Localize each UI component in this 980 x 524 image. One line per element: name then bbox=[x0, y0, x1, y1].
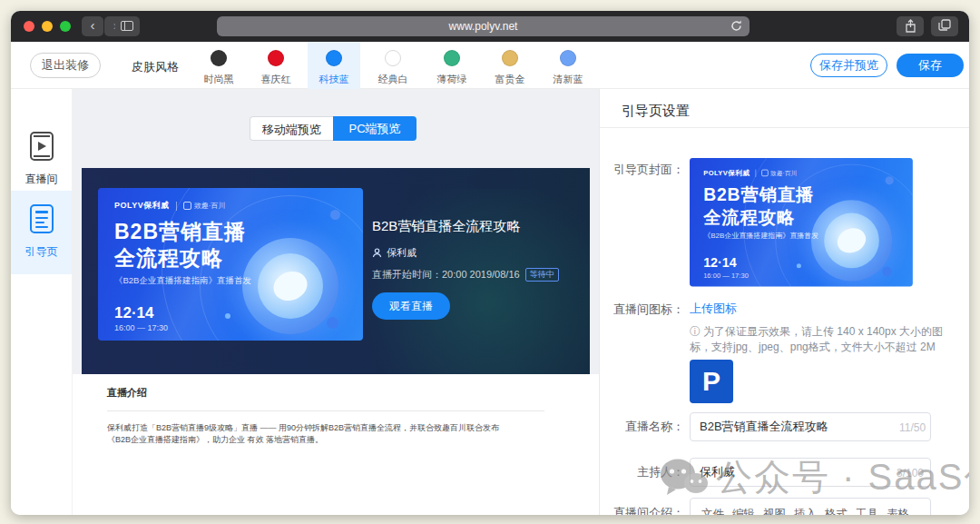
tab-pc-preview[interactable]: PC端预览 bbox=[333, 116, 416, 141]
reload-icon[interactable] bbox=[730, 19, 743, 33]
room-icon-preview: P bbox=[690, 360, 733, 403]
landing-page-banner: POLYV保利威 致趣·百川 B2B营销直播 全流程攻略 《B2B企业直播搭建指… bbox=[82, 168, 590, 374]
partner-logo: 致趣·百川 bbox=[194, 201, 226, 211]
live-room-icon bbox=[30, 132, 54, 161]
skin-option-tech-blue[interactable]: 科技蓝 bbox=[308, 42, 360, 89]
cover-date: 12·14 bbox=[114, 304, 153, 322]
live-host-row: 保利威 bbox=[372, 246, 416, 260]
green-swatch-icon bbox=[444, 50, 460, 66]
browser-titlebar: ‹ › www.polyv.net bbox=[11, 11, 969, 42]
gold-swatch-icon bbox=[502, 50, 518, 66]
url-text: www.polyv.net bbox=[449, 20, 518, 33]
cover-dot bbox=[327, 317, 338, 329]
editor-menu-insert[interactable]: 插入 bbox=[794, 507, 817, 515]
close-window-button[interactable] bbox=[24, 21, 34, 32]
skin-style-label: 皮肤风格 bbox=[132, 59, 179, 75]
share-button[interactable] bbox=[897, 16, 924, 36]
cover-dot bbox=[330, 210, 340, 220]
save-and-preview-button[interactable]: 保存并预览 bbox=[810, 54, 887, 77]
share-icon bbox=[905, 19, 916, 33]
sidebar-icon bbox=[121, 21, 133, 31]
editor-menu-edit[interactable]: 编辑 bbox=[732, 507, 755, 515]
cover-title-line1: B2B营销直播 bbox=[114, 218, 246, 246]
white-swatch-icon bbox=[385, 50, 401, 66]
wechat-icon bbox=[660, 457, 709, 499]
skin-option-green[interactable]: 薄荷绿 bbox=[426, 42, 478, 89]
settings-title: 引导页设置 bbox=[622, 103, 690, 120]
status-badge: 等待中 bbox=[525, 268, 559, 282]
info-icon: ⓘ bbox=[690, 325, 701, 338]
live-name-field-label: 直播名称： bbox=[604, 419, 684, 435]
cover-logos: POLYV保利威 致趣·百川 bbox=[703, 168, 797, 178]
exit-decorate-button[interactable]: 退出装修 bbox=[30, 53, 101, 78]
person-icon bbox=[372, 248, 382, 258]
cover-date: 12·14 bbox=[703, 256, 737, 272]
watermark-text: 公众号 · SaaS优选 bbox=[716, 452, 969, 502]
sidebar-item-live-room[interactable]: 直播间 bbox=[11, 129, 72, 196]
logo-divider bbox=[176, 202, 177, 211]
intro-divider bbox=[107, 410, 544, 411]
live-host-name: 保利威 bbox=[387, 246, 416, 260]
partner-logo: 致趣·百川 bbox=[770, 169, 797, 177]
watermark: 公众号 · SaaS优选 bbox=[660, 452, 969, 502]
cover-time: 16:00 — 17:30 bbox=[114, 323, 168, 332]
guide-page-settings-panel: 引导页设置 引导页封面： POLYV保利威 致趣·百川 bbox=[599, 89, 969, 515]
guide-page-icon bbox=[30, 204, 54, 233]
skin-option-white[interactable]: 经典白 bbox=[367, 42, 419, 89]
live-intro-section: 直播介绍 保利威打造「B2B营销直播9级攻略」直播 —— 用90分钟拆解B2B营… bbox=[73, 374, 599, 515]
room-intro-field-label: 直播间介绍： bbox=[604, 505, 684, 515]
banner-cover-image: POLYV保利威 致趣·百川 B2B营销直播 全流程攻略 《B2B企业直播搭建指… bbox=[98, 188, 363, 341]
left-sidebar: 直播间 引导页 bbox=[11, 89, 73, 515]
light-blue-swatch-icon bbox=[560, 50, 576, 66]
upload-icon-link[interactable]: 上传图标 bbox=[690, 301, 737, 317]
icon-upload-hint: ⓘ为了保证显示效果，请上传 140 x 140px 大小的图标，支持jpg、jp… bbox=[690, 324, 964, 355]
cover-title-line2: 全流程攻略 bbox=[114, 244, 223, 272]
room-icon-field-label: 直播间图标： bbox=[604, 302, 684, 318]
tabs-overview-button[interactable] bbox=[931, 16, 958, 36]
cover-dot bbox=[882, 267, 892, 277]
guide-cover-thumbnail[interactable]: POLYV保利威 致趣·百川 B2B营销直播 全流程攻略 《B2B企业直播搭建指… bbox=[690, 158, 913, 287]
cover-dot bbox=[797, 263, 801, 268]
cover-dot bbox=[886, 176, 894, 184]
editor-menu-format[interactable]: 格式 bbox=[825, 507, 848, 515]
editor-menu-table[interactable]: 表格 bbox=[887, 507, 909, 515]
cover-dot bbox=[225, 313, 230, 319]
tab-mobile-preview[interactable]: 移动端预览 bbox=[250, 116, 333, 141]
skin-option-black[interactable]: 时尚黑 bbox=[192, 42, 245, 89]
minimize-window-button[interactable] bbox=[42, 21, 53, 32]
cover-subtitle: 《B2B企业直播搭建指南》直播首发 bbox=[703, 232, 818, 242]
editor-menu-file[interactable]: 文件 bbox=[701, 507, 724, 515]
black-swatch-icon bbox=[211, 50, 227, 66]
live-start-time: 直播开始时间：20:00 2019/08/16等待中 bbox=[372, 268, 559, 282]
skin-option-fresh-blue[interactable]: 清新蓝 bbox=[542, 42, 594, 89]
cover-subtitle: 《B2B企业直播搭建指南》直播首发 bbox=[114, 275, 251, 287]
preview-mode-tabs: 移动端预览 PC端预览 bbox=[250, 116, 416, 141]
red-swatch-icon bbox=[268, 50, 284, 66]
partner-logo-icon bbox=[761, 170, 769, 177]
live-name-input[interactable] bbox=[690, 412, 931, 441]
live-title: B2B营销直播全流程攻略 bbox=[372, 218, 520, 235]
logo-divider bbox=[755, 169, 756, 176]
zoom-window-button[interactable] bbox=[60, 21, 71, 32]
watch-live-button[interactable]: 观看直播 bbox=[372, 292, 450, 320]
sidebar-item-guide-page[interactable]: 引导页 bbox=[11, 191, 72, 274]
cover-field-label: 引导页封面： bbox=[604, 162, 684, 178]
skin-option-gold[interactable]: 富贵金 bbox=[484, 42, 536, 89]
sidebar-toggle-button[interactable] bbox=[115, 16, 140, 36]
editor-menu-view[interactable]: 视图 bbox=[763, 507, 786, 515]
preview-area: 移动端预览 PC端预览 POLYV保利威 致趣·百川 bbox=[73, 89, 599, 515]
editor-menu-tools[interactable]: 工具 bbox=[856, 507, 878, 515]
cover-thumbnail-image: POLYV保利威 致趣·百川 B2B营销直播 全流程攻略 《B2B企业直播搭建指… bbox=[690, 158, 913, 286]
intro-description: 保利威打造「B2B营销直播9级攻略」直播 —— 用90分钟拆解B2B营销直播全流… bbox=[107, 422, 517, 446]
cover-title-line1: B2B营销直播 bbox=[703, 183, 814, 207]
cover-time: 16:00 — 17:30 bbox=[703, 272, 749, 279]
editor-toolbar: 退出装修 皮肤风格 时尚黑 喜庆红 科技蓝 经典白 薄荷绿 富贵金 清新蓝 bbox=[11, 42, 969, 89]
live-name-counter: 11/50 bbox=[899, 421, 926, 434]
address-bar[interactable]: www.polyv.net bbox=[217, 16, 750, 36]
skin-option-red[interactable]: 喜庆红 bbox=[250, 42, 302, 89]
polyv-logo: POLYV保利威 bbox=[114, 200, 170, 212]
polyv-logo: POLYV保利威 bbox=[703, 168, 750, 178]
back-button[interactable]: ‹ bbox=[82, 16, 103, 36]
cover-title-line2: 全流程攻略 bbox=[703, 205, 795, 229]
save-button[interactable]: 保存 bbox=[897, 54, 964, 77]
